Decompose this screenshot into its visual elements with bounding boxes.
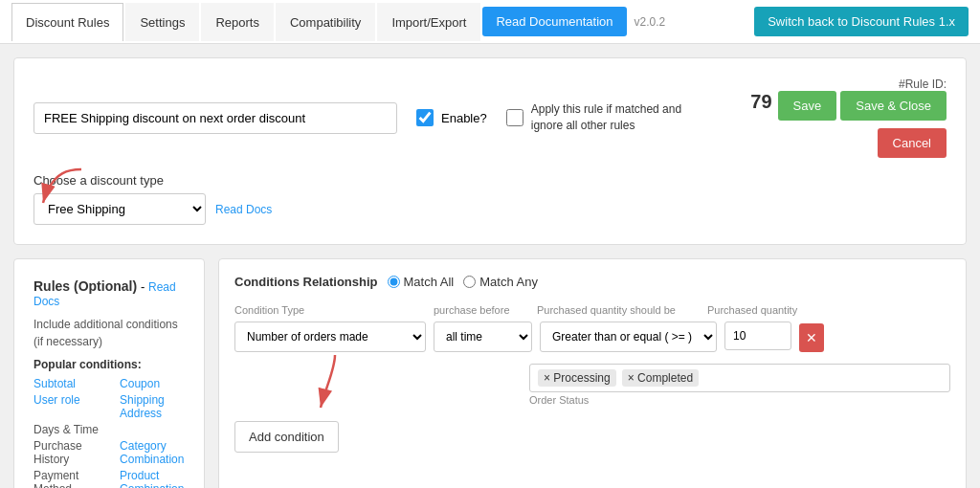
cond-shipping-address[interactable]: Shipping Address (120, 393, 185, 420)
conditions-relationship-row: Conditions Relationship Match All Match … (234, 275, 950, 289)
discount-type-section: Choose a discount type Free Shipping Per… (33, 173, 947, 225)
nav-tab-discount-rules[interactable]: Discount Rules (11, 3, 123, 41)
save-button[interactable]: Save (778, 91, 837, 121)
switch-back-button[interactable]: Switch back to Discount Rules 1.x (754, 7, 969, 36)
apply-checkbox[interactable] (506, 109, 523, 126)
conditions-grid: Subtotal Coupon User role Shipping Addre… (33, 377, 185, 488)
tag-completed: × Completed (622, 369, 699, 387)
save-close-button[interactable]: Save & Close (840, 91, 947, 121)
rule-id-number: 79 (750, 91, 771, 113)
delete-condition-button[interactable]: ✕ (799, 323, 824, 352)
order-status-section: × Processing × Completed Order Status (529, 360, 950, 406)
enable-checkbox[interactable] (416, 109, 434, 126)
enable-row: Enable? (416, 109, 487, 126)
cond-subtotal[interactable]: Subtotal (33, 377, 110, 390)
condition-type-select[interactable]: Number of orders made Subtotal Coupon (234, 322, 426, 352)
version-label: v2.0.2 (635, 15, 666, 29)
discount-type-select[interactable]: Free Shipping Percentage Fixed Amount Fi… (33, 193, 206, 225)
enable-label: Enable? (441, 111, 487, 125)
purchased-qty-should-be-sublabel: Purchased quantity should be (537, 304, 700, 316)
rule-card: Enable? Apply this rule if matched and i… (13, 57, 967, 245)
bottom-layout: Rules (Optional) - Read Docs Include add… (13, 258, 967, 488)
order-status-label: Order Status (529, 394, 950, 406)
nav-tab-settings[interactable]: Settings (125, 3, 199, 41)
cond-category-combination[interactable]: Category Combination (120, 439, 185, 466)
cond-user-role[interactable]: User role (33, 393, 110, 420)
discount-read-docs-link[interactable]: Read Docs (215, 203, 272, 216)
condition-row-wrapper: Number of orders made Subtotal Coupon al… (234, 322, 950, 406)
condition-type-sublabel: Condition Type (234, 304, 426, 316)
rules-main: Conditions Relationship Match All Match … (218, 258, 967, 488)
nav-tab-compatibility[interactable]: Compatibility (276, 3, 375, 41)
apply-label: Apply this rule if matched and ignore al… (531, 101, 684, 134)
rule-name-row: Enable? Apply this rule if matched and i… (33, 78, 947, 158)
quantity-input[interactable] (724, 322, 791, 350)
time-select[interactable]: all time last 30 days last 90 days (434, 322, 532, 352)
nav-tab-import-export[interactable]: Import/Export (377, 3, 480, 41)
rules-optional-title: Rules (Optional) (33, 278, 141, 294)
tags-container: × Processing × Completed (529, 364, 950, 392)
condition-row: Number of orders made Subtotal Coupon al… (234, 322, 950, 352)
purchase-before-sublabel: purchase before (434, 304, 529, 316)
cond-days-time: Days & Time (33, 423, 110, 436)
rules-dash: - (141, 279, 148, 294)
rule-id-section: #Rule ID: 79 Save Save & Close (750, 78, 947, 158)
rule-name-input[interactable] (33, 102, 397, 134)
sub-labels-row: Condition Type purchase before Purchased… (234, 304, 950, 316)
rules-sidebar: Rules (Optional) - Read Docs Include add… (13, 258, 205, 488)
nav-tab-reports[interactable]: Reports (201, 3, 274, 41)
discount-type-row: Free Shipping Percentage Fixed Amount Fi… (33, 193, 947, 225)
rules-desc: Include additional conditions (if necess… (33, 316, 185, 350)
discount-type-section-label: Choose a discount type (33, 173, 947, 188)
read-documentation-button[interactable]: Read Documentation (482, 7, 626, 36)
cond-purchase-history: Purchase History (33, 439, 110, 466)
main-content: Enable? Apply this rule if matched and i… (0, 44, 980, 488)
action-buttons: Save Save & Close Cancel (778, 91, 947, 158)
match-all-radio-label[interactable]: Match All (388, 275, 455, 289)
popular-conditions-title: Popular conditions: (33, 358, 185, 371)
purchased-qty-sublabel: Purchased quantity (707, 304, 797, 316)
apply-row: Apply this rule if matched and ignore al… (506, 101, 684, 134)
cond-coupon[interactable]: Coupon (120, 377, 185, 390)
match-any-radio[interactable] (463, 276, 476, 288)
cond-product-combination[interactable]: Product Combination (120, 469, 185, 488)
add-condition-button[interactable]: Add condition (234, 421, 339, 453)
conditions-rel-label: Conditions Relationship (234, 275, 378, 289)
match-all-radio[interactable] (388, 276, 400, 288)
match-any-radio-label[interactable]: Match Any (463, 275, 538, 289)
cancel-button[interactable]: Cancel (878, 128, 947, 158)
tag-processing: × Processing (538, 369, 616, 387)
top-nav: Discount Rules Settings Reports Compatib… (0, 0, 980, 44)
rule-id-label: #Rule ID: (899, 78, 947, 91)
operator-select[interactable]: Greater than or equal ( >= ) Less than E… (540, 322, 717, 352)
cond-payment-method: Payment Method (33, 469, 110, 488)
